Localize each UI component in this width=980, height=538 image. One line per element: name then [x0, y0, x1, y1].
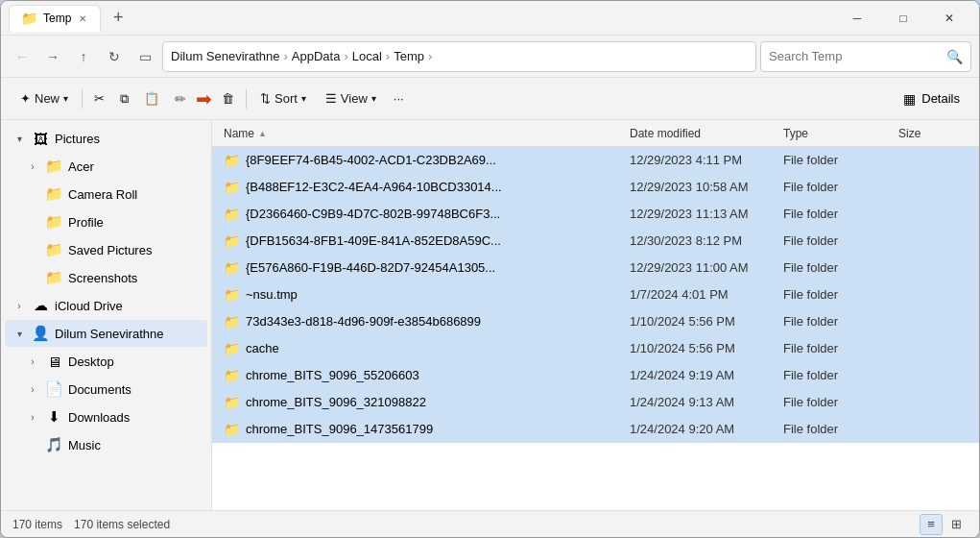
saved-pictures-folder-icon: 📁: [45, 241, 62, 258]
table-row[interactable]: 📁 chrome_BITS_9096_55206603 1/24/2024 9:…: [212, 362, 979, 389]
table-row[interactable]: 📁 chrome_BITS_9096_1473561799 1/24/2024 …: [212, 416, 979, 443]
cut-icon: ✂: [94, 91, 105, 106]
close-button[interactable]: ✕: [927, 3, 971, 34]
table-row[interactable]: 📁 ~nsu.tmp 1/7/2024 4:01 PM File folder: [212, 281, 979, 308]
delete-button[interactable]: 🗑: [216, 84, 240, 114]
file-type-cell: File folder: [779, 314, 895, 329]
file-date-cell: 1/10/2024 5:56 PM: [626, 314, 779, 329]
icloud-chevron-icon: ›: [12, 301, 26, 311]
address-bar: ← → ↑ ↻ ▭ Dilum Senevirathne › AppData ›…: [1, 36, 979, 78]
folder-icon: 📁: [224, 153, 240, 168]
breadcrumb-local[interactable]: Local: [352, 49, 382, 63]
sidebar-item-screenshots[interactable]: 📁 Screenshots: [5, 264, 207, 291]
table-row[interactable]: 📁 {8F9EEF74-6B45-4002-ACD1-C23DB2A69... …: [212, 147, 979, 174]
header-type[interactable]: Type: [779, 120, 895, 146]
breadcrumb-dilum[interactable]: Dilum Senevirathne: [171, 49, 279, 63]
file-date-cell: 1/24/2024 9:19 AM: [626, 368, 779, 382]
sidebar-item-desktop[interactable]: › 🖥 Desktop: [5, 348, 207, 375]
more-icon: ···: [394, 91, 404, 106]
table-row[interactable]: 📁 chrome_BITS_9096_321098822 1/24/2024 9…: [212, 389, 979, 416]
sidebar-item-documents[interactable]: › 📄 Documents: [5, 376, 207, 403]
file-list-header: Name ▲ Date modified Type Size: [212, 120, 979, 147]
camera-roll-folder-icon: 📁: [45, 185, 62, 203]
sidebar-item-music[interactable]: 🎵 Music: [5, 431, 207, 458]
table-row[interactable]: 📁 73d343e3-d818-4d96-909f-e3854b686899 1…: [212, 308, 979, 335]
sidebar-item-icloud-drive[interactable]: › ☁ iCloud Drive: [5, 292, 207, 319]
file-type-cell: File folder: [779, 207, 895, 221]
table-row[interactable]: 📁 {D2366460-C9B9-4D7C-802B-99748BC6F3...…: [212, 201, 979, 228]
active-tab[interactable]: 📁 Temp ✕: [9, 5, 101, 32]
list-view-button[interactable]: ≡: [920, 514, 943, 535]
tab-title: Temp: [43, 12, 71, 25]
sort-chevron-icon: ▾: [301, 93, 306, 104]
sidebar-item-pictures[interactable]: ▾ 🖼 Pictures: [5, 125, 207, 152]
header-name[interactable]: Name ▲: [220, 120, 626, 146]
file-name-cell: 📁 73d343e3-d818-4d96-909f-e3854b686899: [220, 314, 626, 330]
paste-button[interactable]: 📋: [138, 84, 165, 114]
sidebar-item-dilum[interactable]: ▾ 👤 Dilum Senevirathne: [5, 320, 207, 347]
view-label: View: [341, 91, 368, 106]
sidebar-item-saved-pictures[interactable]: 📁 Saved Pictures: [5, 236, 207, 263]
dilum-chevron-icon: ▾: [12, 329, 26, 339]
breadcrumb-appdata[interactable]: AppData: [292, 49, 341, 63]
downloads-chevron-icon: ›: [26, 412, 39, 423]
new-tab-button[interactable]: +: [105, 5, 131, 32]
status-bar: 170 items 170 items selected ≡ ⊞: [1, 510, 979, 537]
back-button[interactable]: ←: [9, 43, 36, 70]
forward-button[interactable]: →: [39, 43, 66, 70]
sidebar-item-profile[interactable]: 📁 Profile: [5, 208, 207, 235]
file-date-cell: 1/7/2024 4:01 PM: [626, 287, 779, 302]
folder-icon: 📁: [224, 422, 240, 437]
sidebar-item-camera-roll[interactable]: 📁 Camera Roll: [5, 181, 207, 208]
table-row[interactable]: 📁 {DFB15634-8FB1-409E-841A-852ED8A59C...…: [212, 228, 979, 255]
sidebar: ▾ 🖼 Pictures › 📁 Acer 📁 Camera Roll 📁 Pr…: [1, 120, 212, 510]
breadcrumb[interactable]: Dilum Senevirathne › AppData › Local › T…: [162, 41, 756, 72]
file-type-cell: File folder: [779, 260, 895, 275]
grid-view-button[interactable]: ⊞: [944, 514, 968, 535]
file-name-cell: 📁 chrome_BITS_9096_55206603: [220, 368, 626, 383]
table-row[interactable]: 📁 {B488EF12-E3C2-4EA4-A964-10BCD33014...…: [212, 174, 979, 201]
sort-button[interactable]: ⇅ Sort ▾: [252, 84, 314, 114]
refresh-button[interactable]: ↻: [101, 43, 128, 70]
header-type-label: Type: [783, 127, 808, 140]
toolbar-separator-2: [246, 89, 247, 109]
details-icon: ▦: [903, 91, 916, 107]
folder-icon: 📁: [224, 180, 240, 195]
sidebar-item-acer[interactable]: › 📁 Acer: [5, 153, 207, 180]
minimize-button[interactable]: ─: [835, 3, 879, 34]
sidebar-item-dilum-label: Dilum Senevirathne: [55, 327, 200, 341]
new-button[interactable]: ✦ New ▾: [12, 84, 76, 114]
up-button[interactable]: ↑: [70, 43, 97, 70]
cut-button[interactable]: ✂: [88, 84, 110, 114]
file-name-cell: 📁 chrome_BITS_9096_321098822: [220, 395, 626, 410]
details-button[interactable]: ▦ Details: [896, 84, 968, 114]
file-type-cell: File folder: [779, 180, 895, 194]
file-name-text: {E576A860-F19B-446D-82D7-92454A1305...: [246, 260, 495, 275]
table-row[interactable]: 📁 cache 1/10/2024 5:56 PM File folder: [212, 335, 979, 362]
table-row[interactable]: 📁 {E576A860-F19B-446D-82D7-92454A1305...…: [212, 255, 979, 281]
file-type-cell: File folder: [779, 368, 895, 382]
tab-folder-icon: 📁: [21, 11, 37, 26]
rename-button[interactable]: ✏: [169, 84, 192, 114]
folder-icon: 📁: [224, 233, 240, 249]
view-toggle-button[interactable]: ▭: [131, 43, 158, 70]
folder-icon: 📁: [224, 260, 240, 276]
search-box[interactable]: 🔍: [760, 41, 971, 72]
file-name-cell: 📁 {B488EF12-E3C2-4EA4-A964-10BCD33014...: [220, 180, 626, 195]
sidebar-item-downloads[interactable]: › ⬇ Downloads: [5, 404, 207, 430]
file-name-cell: 📁 cache: [220, 341, 626, 356]
view-icons: ≡ ⊞: [920, 514, 968, 535]
maximize-button[interactable]: □: [881, 3, 925, 34]
tab-close-button[interactable]: ✕: [77, 12, 88, 26]
header-date-modified[interactable]: Date modified: [626, 120, 779, 146]
view-button[interactable]: ☰ View ▾: [318, 84, 384, 114]
header-size[interactable]: Size: [895, 120, 971, 146]
folder-icon: 📁: [224, 368, 240, 383]
file-date-cell: 12/29/2023 10:58 AM: [626, 180, 779, 194]
new-label: New: [35, 91, 60, 106]
search-input[interactable]: [769, 49, 943, 63]
breadcrumb-temp[interactable]: Temp: [394, 49, 424, 63]
more-button[interactable]: ···: [388, 84, 410, 114]
sidebar-item-music-label: Music: [68, 438, 200, 452]
copy-button[interactable]: ⧉: [114, 84, 134, 114]
